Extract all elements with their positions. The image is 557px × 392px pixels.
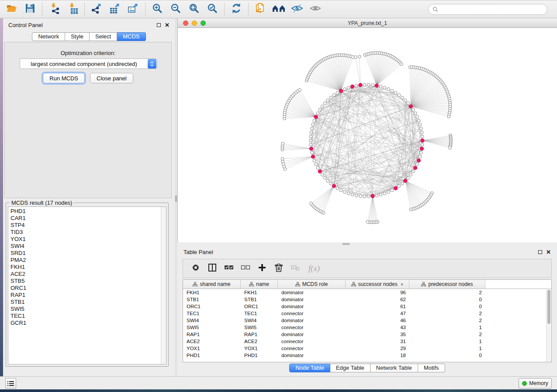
cell-successor-nodes: 18 bbox=[346, 353, 409, 358]
cell-successor-nodes: 46 bbox=[346, 318, 409, 323]
column-header-predecessor-nodes[interactable]: predecessor nodes bbox=[409, 280, 485, 289]
cell-name: SWI5 bbox=[241, 325, 278, 330]
mcds-result-item[interactable]: STP4 bbox=[8, 222, 166, 229]
select-all-button[interactable] bbox=[222, 262, 235, 275]
close-panel-icon[interactable]: ✕ bbox=[165, 22, 170, 28]
binoculars-button[interactable] bbox=[271, 2, 287, 17]
column-header-MCDS-role[interactable]: MCDS role bbox=[278, 280, 346, 289]
float-panel-icon[interactable] bbox=[157, 23, 161, 27]
add-button[interactable] bbox=[256, 262, 269, 275]
column-header-shared-name[interactable]: shared name bbox=[183, 280, 241, 289]
mcds-result-item[interactable]: ORC1 bbox=[8, 285, 166, 292]
zoom-out-button[interactable] bbox=[168, 2, 183, 17]
delete-button[interactable] bbox=[272, 262, 285, 275]
mcds-result-item[interactable]: STB5 bbox=[8, 278, 166, 285]
column-header-name[interactable]: name bbox=[241, 280, 278, 289]
import-network-button[interactable] bbox=[46, 2, 62, 17]
mcds-result-item[interactable]: PHD1 bbox=[8, 208, 166, 215]
network-canvas[interactable] bbox=[178, 28, 557, 242]
mcds-result-item[interactable]: SWI4 bbox=[8, 243, 166, 250]
tab-network[interactable]: Network bbox=[32, 32, 65, 41]
tab-select[interactable]: Select bbox=[90, 32, 117, 41]
sitemap-icon bbox=[421, 282, 426, 286]
status-menu-button[interactable] bbox=[5, 378, 16, 389]
mcds-result-item[interactable]: SWI5 bbox=[8, 306, 166, 313]
zoom-in-button[interactable] bbox=[149, 2, 165, 17]
optimization-criterion-dropdown[interactable]: largest connected component (undirected) bbox=[20, 58, 157, 69]
tab-node-table[interactable]: Node Table bbox=[289, 364, 330, 372]
tab-style[interactable]: Style bbox=[65, 32, 90, 41]
export-table-icon bbox=[109, 3, 121, 16]
table-scrollbar[interactable] bbox=[546, 289, 551, 362]
mcds-result-item[interactable]: SRD1 bbox=[8, 250, 166, 257]
hide-column-button[interactable] bbox=[289, 262, 302, 275]
mcds-result-item[interactable]: TID3 bbox=[8, 229, 166, 236]
table-row[interactable]: SWI4SWI4dominator462 bbox=[183, 317, 551, 324]
zoom-fit-button[interactable] bbox=[186, 2, 202, 17]
save-button[interactable] bbox=[22, 2, 38, 17]
table-row[interactable]: SWI5SWI5connector431 bbox=[183, 324, 551, 331]
cell-mcds-role: dominator bbox=[278, 290, 346, 295]
tab-edge-table[interactable]: Edge Table bbox=[330, 364, 370, 372]
memory-button[interactable]: Memory bbox=[519, 378, 552, 389]
float-table-panel-icon[interactable] bbox=[538, 250, 542, 254]
column-view-button[interactable] bbox=[206, 262, 219, 275]
mcds-result-item[interactable]: STB1 bbox=[8, 299, 166, 306]
refresh-icon bbox=[231, 3, 242, 16]
mcds-result-list[interactable]: PHD1CAR1STP4TID3YOX1SWI4SRD1PMA2FKH1ACE2… bbox=[8, 206, 166, 364]
share-document-button[interactable] bbox=[253, 2, 268, 17]
mcds-result-item[interactable]: RAP1 bbox=[8, 292, 166, 299]
tab-motifs[interactable]: Motifs bbox=[418, 364, 445, 372]
mcds-result-item[interactable]: GCR1 bbox=[8, 320, 166, 327]
export-image-button[interactable] bbox=[125, 2, 141, 17]
export-table-button[interactable] bbox=[107, 2, 123, 17]
mcds-result-item[interactable]: ACE2 bbox=[8, 271, 166, 278]
eye-slash-button[interactable] bbox=[289, 2, 305, 17]
table-row[interactable]: RAP1RAP1dominator352 bbox=[183, 331, 551, 338]
table-row[interactable]: ORC1ORC1dominator610 bbox=[183, 303, 551, 310]
cell-successor-nodes: 31 bbox=[346, 339, 409, 344]
deselect-all-button[interactable] bbox=[239, 262, 252, 275]
function-button[interactable]: f(x) bbox=[305, 262, 323, 275]
cell-name: TEC1 bbox=[241, 311, 278, 316]
zoom-in-icon bbox=[152, 3, 163, 16]
table-row[interactable]: TEC1TEC1connector472 bbox=[183, 310, 551, 317]
close-panel-button[interactable]: Close panel bbox=[90, 73, 133, 83]
search-input[interactable] bbox=[428, 4, 547, 15]
network-view-window: YPA_prune.txt_1 bbox=[177, 18, 557, 242]
close-window-icon[interactable] bbox=[183, 21, 188, 26]
mcds-result-item[interactable]: FKH1 bbox=[8, 264, 166, 271]
zoom-selected-button[interactable] bbox=[204, 2, 220, 17]
column-header-successor-nodes[interactable]: successor nodes∨ bbox=[346, 280, 409, 289]
horizontal-splitter[interactable] bbox=[177, 242, 557, 246]
gear-button[interactable] bbox=[189, 262, 202, 275]
close-table-panel-icon[interactable]: ✕ bbox=[546, 249, 551, 255]
table-row[interactable]: PHD1PHD1dominator180 bbox=[183, 352, 551, 359]
table-row[interactable]: STB1STB1dominator620 bbox=[183, 296, 551, 303]
cell-successor-nodes: 61 bbox=[346, 304, 409, 309]
tab-mcds[interactable]: MCDS bbox=[117, 32, 145, 41]
eye-button[interactable] bbox=[308, 2, 323, 17]
import-table-button[interactable] bbox=[65, 2, 80, 17]
run-mcds-button[interactable]: Run MCDS bbox=[43, 73, 85, 83]
mcds-result-item[interactable]: TEC1 bbox=[8, 313, 166, 320]
export-network-button[interactable] bbox=[89, 2, 104, 17]
refresh-button[interactable] bbox=[228, 2, 244, 17]
mcds-result-item[interactable]: YOX1 bbox=[8, 236, 166, 243]
import-table-icon bbox=[67, 3, 78, 16]
sitemap-icon bbox=[351, 282, 356, 286]
mcds-list-scrollbar[interactable] bbox=[161, 207, 166, 364]
minimize-window-icon[interactable] bbox=[192, 21, 197, 26]
search-icon bbox=[432, 7, 438, 12]
table-row[interactable]: YOX1YOX1connector291 bbox=[183, 345, 551, 352]
table-row[interactable]: FKH1FKH1dominator962 bbox=[183, 289, 551, 296]
zoom-window-icon[interactable] bbox=[201, 21, 206, 26]
cell-name: STB1 bbox=[241, 297, 278, 302]
mcds-result-item[interactable]: PMA2 bbox=[8, 257, 166, 264]
mcds-result-item[interactable]: CAR1 bbox=[8, 215, 166, 222]
open-folder-button[interactable] bbox=[4, 2, 20, 17]
tab-network-table[interactable]: Network Table bbox=[370, 364, 418, 372]
network-graph[interactable] bbox=[178, 28, 557, 242]
cell-predecessor-nodes: 0 bbox=[409, 353, 485, 358]
table-row[interactable]: ACE2ACE2connector311 bbox=[183, 338, 551, 345]
